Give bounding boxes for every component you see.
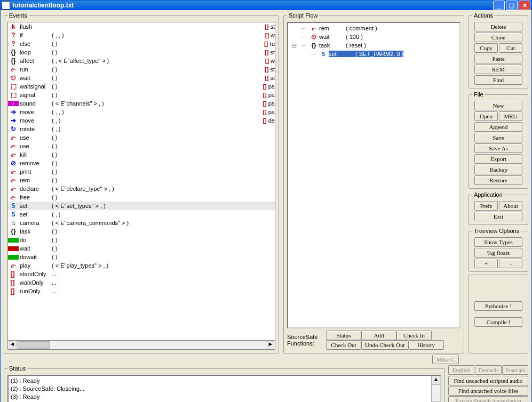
- floats-button[interactable]: %g floats: [474, 248, 522, 258]
- find-uncached-scripted-audio-button[interactable]: Find uncached scripted audio: [448, 376, 528, 385]
- tree-row[interactable]: ⊟···{}task( reset ): [289, 41, 458, 50]
- tree-name: set: [329, 51, 355, 57]
- find-button[interactable]: Find: [474, 75, 522, 85]
- event-item[interactable]: ↻rotate( , ): [8, 125, 275, 133]
- event-item[interactable]: []walkOnly...: [8, 278, 275, 287]
- event-item[interactable]: ♪sound( < E"channels" > , )[]pa: [8, 99, 275, 108]
- event-item[interactable]: ■dowait( ): [8, 253, 275, 261]
- event-item[interactable]: e·rem( ): [8, 176, 275, 184]
- status-vscrollbar[interactable]: ▲ ▼: [431, 376, 440, 402]
- maximize-button[interactable]: ▢: [506, 1, 518, 10]
- event-item[interactable]: ■wait( ): [8, 244, 275, 253]
- ss-undo-check-out-button[interactable]: Undo Check Out: [361, 340, 409, 350]
- export-button[interactable]: Export: [474, 154, 522, 164]
- tree-expander[interactable]: ⊟: [289, 42, 299, 49]
- event-item[interactable]: e·use( ): [8, 142, 275, 150]
- ss-status-button[interactable]: Status: [326, 331, 361, 340]
- event-name: set: [19, 211, 52, 218]
- event-item[interactable]: ?if( , , )[]w: [8, 31, 275, 39]
- event-item[interactable]: {}affect( , < E"affect_type" > )[]w: [8, 57, 275, 65]
- rem-button[interactable]: REM: [474, 65, 522, 74]
- event-item[interactable]: ➔move( , , )[]pa: [8, 108, 275, 116]
- event-args: ( ): [52, 83, 57, 90]
- cut-button[interactable]: Cut: [499, 43, 522, 53]
- event-icon: []: [8, 279, 19, 286]
- scroll-up-icon[interactable]: ▲: [432, 376, 440, 385]
- event-item[interactable]: e·declare( < E"declare_type" > , ): [8, 184, 275, 193]
- event-args: ( ): [52, 143, 57, 149]
- ss-history-button[interactable]: History: [409, 340, 444, 350]
- event-name: rem: [19, 177, 52, 183]
- event-item[interactable]: ■do( ): [8, 236, 275, 244]
- paste-button[interactable]: Paste: [474, 54, 522, 63]
- event-item[interactable]: e·kill( ): [8, 150, 275, 159]
- close-button[interactable]: ✕: [519, 1, 530, 10]
- events-list[interactable]: kflush[]st?if( , , )[]w?else( )[]ru{}loo…: [7, 22, 275, 341]
- minimize-button[interactable]: _: [493, 1, 505, 10]
- ss-check-in-button[interactable]: Check In: [396, 331, 432, 340]
- event-item[interactable]: e·free( ): [8, 193, 275, 202]
- save-button[interactable]: Save: [474, 133, 522, 142]
- event-item[interactable]: e·run( )[]st: [8, 65, 275, 74]
- showtypes-button[interactable]: Show Types: [474, 237, 522, 247]
- event-args: ( < E"declare_type" > , ): [52, 186, 114, 192]
- scroll-right-icon[interactable]: ►: [266, 341, 275, 349]
- about-button[interactable]: About: [499, 201, 522, 211]
- mru-button[interactable]: MRU: [499, 111, 522, 121]
- restore-button[interactable]: Restore: [474, 175, 522, 185]
- extract-speech-4-translation-button[interactable]: Extract Speech 4 translation: [448, 396, 528, 402]
- event-item[interactable]: ➔move( , )[]de: [8, 116, 275, 125]
- status-log[interactable]: (1) : Ready (2) : SourceSafe: Closeing..…: [7, 375, 441, 402]
- event-item[interactable]: ⊘remove( ): [8, 159, 275, 167]
- event-item[interactable]: ?else( )[]ru: [8, 39, 275, 48]
- new-button[interactable]: New: [474, 101, 522, 110]
- event-item[interactable]: kflush[]st: [8, 22, 275, 31]
- event-item[interactable]: []standOnly...: [8, 270, 275, 278]
- event-item[interactable]: Sset( < E"set_types" > , ): [8, 202, 275, 210]
- mike-button[interactable]: Mike G: [432, 355, 459, 364]
- append-button[interactable]: Append: [474, 122, 522, 132]
- saveas-button[interactable]: Save As: [474, 143, 522, 153]
- event-item[interactable]: []runOnly...: [8, 287, 275, 295]
- event-item[interactable]: ⬚waitsignal( )[]pa: [8, 82, 275, 91]
- event-item[interactable]: ⌂camera( < E"camera_commands" > ): [8, 219, 275, 227]
- event-item[interactable]: {}task( ): [8, 227, 275, 236]
- scroll-left-icon[interactable]: ◄: [8, 341, 17, 349]
- compile-button[interactable]: Compile !: [474, 317, 522, 327]
- event-item[interactable]: e·play( < E"play_types" > , ): [8, 261, 275, 270]
- expand-button[interactable]: +: [474, 259, 498, 268]
- event-name: runOnly: [19, 288, 52, 294]
- backup-button[interactable]: Backup: [474, 165, 522, 174]
- copy-button[interactable]: Copy: [474, 43, 498, 53]
- lang-deutsch-button[interactable]: Deutsch: [475, 365, 501, 375]
- exit-button[interactable]: Exit: [474, 212, 522, 221]
- event-item[interactable]: {}loop( )[]st: [8, 48, 275, 57]
- clone-button[interactable]: Clone: [474, 33, 522, 42]
- lang-english-button[interactable]: English: [448, 365, 474, 375]
- collapse-button[interactable]: -: [499, 259, 522, 268]
- pythonise-button[interactable]: Pythonise !: [474, 301, 522, 311]
- tree-row[interactable]: ···e·rem( comment ): [289, 24, 458, 33]
- scroll-thumb[interactable]: [18, 341, 50, 349]
- event-icon: ⌂: [8, 219, 19, 227]
- prefs-button[interactable]: Prefs: [474, 201, 498, 211]
- event-item[interactable]: ⬚signal( )[]pa: [8, 91, 275, 99]
- tree-row[interactable]: ···⏲wait( 100 ): [289, 33, 458, 41]
- ss-add-button[interactable]: Add: [361, 331, 396, 340]
- scriptflow-tree[interactable]: ···e·rem( comment )···⏲wait( 100 )⊟···{}…: [287, 22, 460, 328]
- delete-button[interactable]: Delete: [474, 22, 522, 31]
- event-item[interactable]: e·print( ): [8, 167, 275, 176]
- event-item[interactable]: e·use( ): [8, 133, 275, 142]
- event-item[interactable]: ⏲wait( )[]st: [8, 74, 275, 82]
- tree-row[interactable]: ···Sset( SET_PARM2, 0 ): [289, 50, 458, 58]
- event-name: signal: [19, 92, 52, 98]
- events-hscrollbar[interactable]: ◄ ►: [7, 341, 275, 350]
- find-uncached-voice-files-button[interactable]: Find uncached voice files: [448, 386, 528, 396]
- open-button[interactable]: Open: [474, 111, 498, 121]
- event-args: ( , , ): [52, 109, 64, 115]
- lang-francais-button[interactable]: Francais: [502, 365, 528, 375]
- event-item[interactable]: Sset( , ): [8, 210, 275, 219]
- ss-check-out-button[interactable]: Check Out: [326, 340, 361, 350]
- event-name: remove: [19, 160, 52, 166]
- event-args: ( , ): [52, 117, 61, 124]
